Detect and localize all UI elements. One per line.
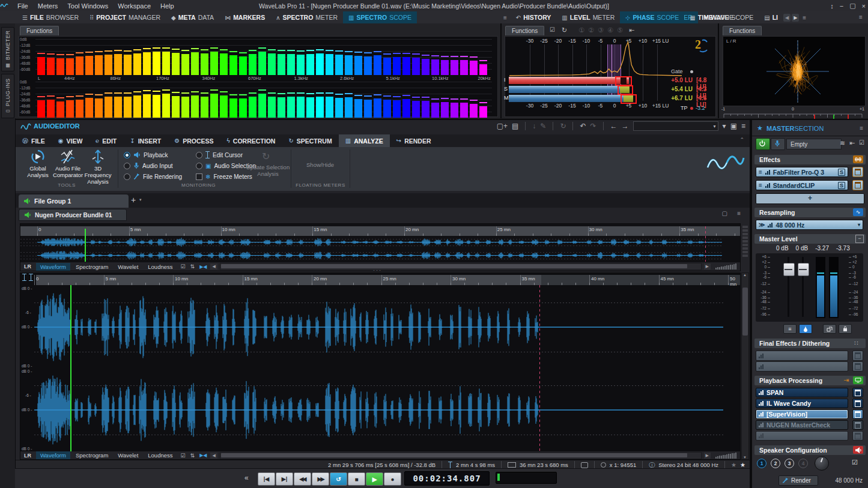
minimize-button[interactable]: − [840, 2, 843, 10]
ribbon-tab-correction[interactable]: ϟCORRECTION [220, 134, 282, 147]
ribbon-tab-analyze[interactable]: ▥ANALYZE [339, 134, 390, 147]
monitor-audio-input[interactable]: Audio Input [124, 161, 173, 170]
scroll-left-button[interactable]: ◀ [210, 453, 217, 459]
monitor-playback[interactable]: Playback [124, 151, 168, 159]
collapse-section-button[interactable]: − [855, 235, 864, 243]
reset-icon[interactable]: ⇤ [849, 139, 855, 147]
ribbon-tab-edit[interactable]: ℮EDIT [89, 134, 123, 147]
new-file-button[interactable]: ▢+ [497, 122, 508, 130]
overview-vertical-zoom[interactable] [741, 226, 749, 269]
show-hide-button[interactable]: Show/Hide [293, 161, 347, 168]
playback-bypass-button[interactable] [852, 420, 863, 430]
main-tab-waveform[interactable]: Waveform [36, 451, 70, 459]
final-effect-bypass[interactable] [852, 361, 863, 372]
time-display[interactable]: 00:02:34.807 [404, 471, 490, 486]
main-scrollbar[interactable] [220, 452, 702, 459]
add-group-dropdown-icon[interactable]: ▾ [139, 197, 142, 202]
rewind-button[interactable]: ◀◀ [294, 472, 311, 486]
tab-scroll-left-icon[interactable]: ◀ [783, 14, 791, 22]
ribbon-tab-view[interactable]: ◉VIEW [52, 134, 90, 147]
panel-menu-icon[interactable]: ≡ [803, 14, 806, 21]
playback-bypass-button[interactable] [852, 399, 863, 408]
render-button[interactable]: Render [778, 475, 818, 486]
save-button[interactable]: ↓ [532, 122, 536, 130]
nav-history-dropdown[interactable]: ▾ [633, 121, 718, 131]
scroll-right-button[interactable]: ▶ [704, 453, 711, 459]
smart-bypass-icon[interactable]: ≋ [840, 139, 845, 147]
zoom-widget[interactable] [712, 264, 740, 270]
ruler-mode-icon[interactable] [22, 274, 26, 281]
ribbon-tab-file[interactable]: ⓌFILE [16, 134, 52, 147]
favorite-star-filled-icon[interactable]: ★ [740, 462, 745, 468]
effect-bypass-button[interactable] [852, 180, 863, 190]
ruler-mode-icon2[interactable] [29, 274, 33, 281]
stop-button[interactable]: ■ [348, 472, 365, 486]
add-file-group-button[interactable]: + [131, 195, 136, 205]
scrollbar-thumb[interactable] [742, 288, 748, 336]
status-file-length[interactable]: 36 mn 23 s 680 ms [520, 462, 568, 468]
chain-link-button[interactable] [853, 155, 863, 163]
close-button[interactable]: × [862, 2, 866, 10]
play-scrub-icon[interactable]: ▶◀ [197, 264, 209, 270]
nav-forward-button[interactable]: → [622, 122, 629, 130]
exit-chain-icon[interactable]: ⇥ [843, 376, 849, 384]
playback-bypass-button[interactable] [852, 409, 863, 419]
scroll-down-icon[interactable]: ▼ [743, 456, 747, 459]
monitor-file-rendering[interactable]: File Rendering [124, 172, 182, 181]
tooltip-bubble-icon[interactable] [581, 462, 588, 468]
playback-slot-5[interactable] [756, 431, 848, 441]
scroll-up-icon[interactable]: ▲ [743, 273, 747, 277]
ribbon-tab-process[interactable]: ⚙PROCESS [168, 134, 220, 147]
vertical-scrollbar[interactable]: ▲▼ [741, 273, 749, 460]
slot-menu-icon[interactable]: ≡ [759, 182, 762, 188]
play-button[interactable]: ▶ [366, 472, 383, 486]
menu-item-tool-windows[interactable]: Tool Windows [62, 1, 113, 11]
resample-toggle-button[interactable]: ∿ [853, 208, 863, 216]
panel-menu-icon[interactable]: ≡ [741, 122, 745, 130]
functions-tab[interactable]: Functions [20, 26, 59, 35]
scrollbar-thumb[interactable] [221, 453, 687, 457]
checkmark-options-icon[interactable]: ☑ [178, 453, 188, 459]
meter-tab-spectrometer[interactable]: ∧SPECTROMETER [270, 11, 343, 23]
lock-faders-button[interactable] [839, 324, 852, 334]
monitor-edit-cursor[interactable]: Edit Cursor [196, 151, 243, 159]
playback-bypass-button[interactable] [852, 431, 863, 441]
overview-wave-row[interactable] [20, 236, 740, 249]
meter-tab-projectmanager[interactable]: ⠿PROJECTMANAGER [84, 11, 166, 23]
refresh-button[interactable]: ↻ [560, 122, 566, 130]
status-zoom-factor[interactable]: x 1: 94551 [610, 462, 636, 468]
update-selection-analysis-button[interactable]: ↻Update SelectionAnalysis [245, 148, 291, 181]
collapse-transport-icon[interactable]: « [244, 474, 249, 482]
dim-knob[interactable] [815, 456, 829, 471]
favorite-star-icon[interactable]: ★ [731, 462, 736, 468]
scroll-right-button[interactable]: ▶ [704, 264, 711, 270]
power-button[interactable] [756, 138, 770, 150]
grid4-icon[interactable]: ∷ [854, 340, 858, 346]
main-ruler[interactable]: 05 mn10 mn15 mn20 mn25 mn30 mn35 mn40 mn… [36, 275, 740, 285]
play-scrub-icon[interactable]: ▶◀ [197, 453, 209, 458]
record-button[interactable]: ● [384, 472, 401, 486]
meter-tab-levelmeter[interactable]: ▥LEVELMETER [556, 11, 620, 23]
meter-tab-spectroscope[interactable]: ▥SPECTROSCOPE [343, 11, 417, 23]
monitor-freeze-meters[interactable]: ❄Freeze Meters [196, 172, 252, 181]
maximize-view-button[interactable]: ▣ [730, 122, 737, 130]
playback-slot-1[interactable]: SPAN [756, 388, 848, 397]
options-dropdown-icon[interactable]: ▾ [723, 122, 726, 130]
wave-channel-1[interactable]: dB 0 --6 -dB 0 -dB 0 - [20, 286, 740, 368]
3d-frequency-analysis-button[interactable]: 3D FrequencyAnalysis [83, 148, 112, 179]
playback-slot-2[interactable]: IL Wave Candy [756, 399, 848, 408]
meter-tab-history[interactable]: ↶HISTORY [511, 11, 556, 23]
overview-tab-waveform[interactable]: Waveform [36, 263, 70, 271]
file-tab[interactable]: Nugen Producer Bundle 01 [19, 209, 127, 221]
ribbon-collapse-icon[interactable]: ⌃ [739, 137, 744, 143]
fader-menu-button[interactable]: ≡ [783, 324, 797, 334]
meter-tab-timecode[interactable]: ▦TIMECODE [684, 11, 739, 23]
overview-tab-loudness[interactable]: Loudness [144, 263, 177, 271]
final-effect-bypass[interactable] [852, 351, 863, 361]
playback-slot-3[interactable]: [SuperVision] [756, 409, 848, 419]
speaker-config-2[interactable]: 2 [771, 459, 780, 468]
tab-scroll-right-icon[interactable]: ▶ [792, 14, 799, 22]
save-as-button[interactable]: ✎ [540, 122, 546, 130]
master-fader-1[interactable] [783, 263, 795, 276]
menu-item-meters[interactable]: Meters [33, 1, 63, 11]
